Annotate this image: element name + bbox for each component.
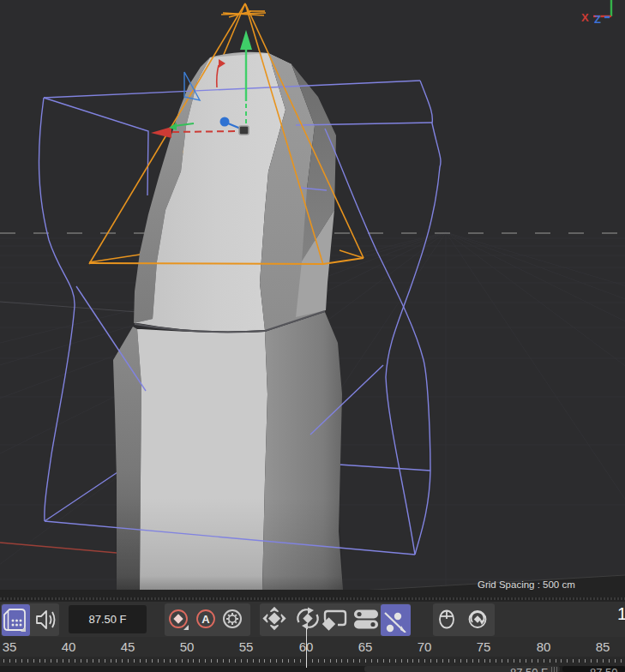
svg-text:A: A — [201, 613, 210, 626]
svg-text:Grid Spacing : 500 cm: Grid Spacing : 500 cm — [478, 579, 575, 590]
svg-text:Z: Z — [594, 13, 601, 26]
svg-text:X: X — [581, 11, 589, 24]
